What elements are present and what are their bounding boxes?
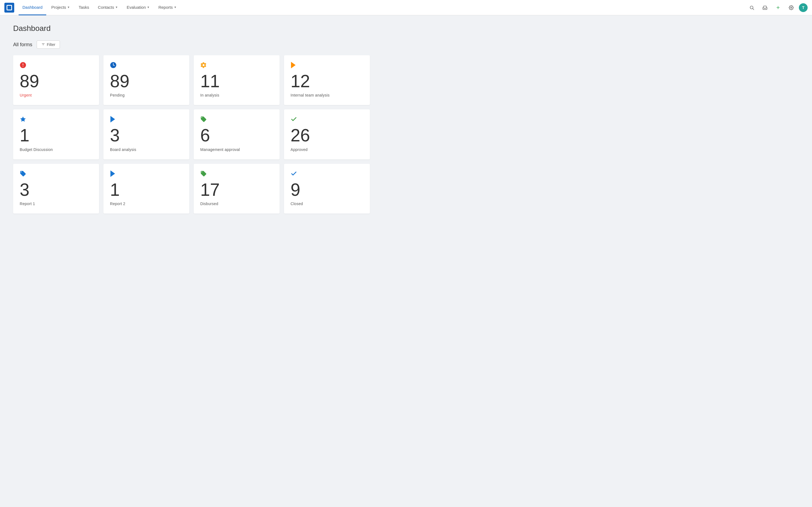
urgent-icon [20,62,93,69]
card-label-6: Management approval [200,148,273,152]
card-label-3: Internal team analysis [290,93,363,97]
card-number-1: 89 [110,72,183,91]
card-label-1: Pending [110,93,183,97]
card-label-7: Approved [290,148,363,152]
card-number-5: 3 [110,126,183,145]
section-label: All forms [13,42,32,48]
filter-button[interactable]: Filter [37,41,60,49]
svg-line-1 [753,8,754,10]
card-label-2: In analysis [200,93,273,97]
nav-item-tasks[interactable]: Tasks [75,0,93,15]
tag2-icon [20,170,93,178]
card-label-10: Disbursed [200,202,273,206]
card-label-9: Report 2 [110,202,183,206]
filter-icon [41,43,45,47]
projects-chevron: ▼ [67,6,70,9]
settings-button[interactable] [786,2,797,13]
cards-grid: 89Urgent89Pending11In analysis12Internal… [13,55,370,214]
nav-item-evaluation[interactable]: Evaluation ▼ [123,0,154,15]
stat-card-5[interactable]: 3Board analysis [103,109,189,159]
svg-marker-10 [291,62,296,68]
svg-marker-13 [111,170,115,177]
check-icon [290,116,363,124]
card-number-9: 1 [110,180,183,200]
card-label-5: Board analysis [110,148,183,152]
stat-card-7[interactable]: 26Approved [284,109,370,159]
card-number-3: 12 [290,72,363,91]
clock-icon [110,62,183,69]
star-icon [20,116,93,124]
settings-icon [789,5,794,10]
search-icon [749,5,754,10]
search-button[interactable] [746,2,757,13]
gear-icon [200,62,273,69]
nav-item-projects[interactable]: Projects ▼ [47,0,73,15]
stat-card-6[interactable]: 6Management approval [194,109,280,159]
navbar: Dashboard Projects ▼ Tasks Contacts ▼ Ev… [0,0,812,15]
stat-card-11[interactable]: 9Closed [284,164,370,214]
inbox-icon [762,5,767,10]
nav-item-dashboard[interactable]: Dashboard [18,0,46,15]
card-number-7: 26 [290,126,363,145]
main-content: Dashboard All forms Filter 89Urgent89Pen… [0,15,383,222]
svg-point-8 [23,66,23,66]
stat-card-0[interactable]: 89Urgent [13,55,99,105]
nav-actions: + T [746,2,808,13]
app-logo[interactable] [4,3,14,13]
stat-card-10[interactable]: 17Disbursed [194,164,280,214]
stat-card-2[interactable]: 11In analysis [194,55,280,105]
evaluation-chevron: ▼ [147,6,150,9]
play2-icon [110,116,183,124]
svg-rect-7 [23,63,23,65]
card-number-0: 89 [20,72,93,91]
nav-item-reports[interactable]: Reports ▼ [155,0,180,15]
user-avatar[interactable]: T [799,3,808,12]
card-label-11: Closed [290,202,363,206]
svg-point-2 [791,7,792,8]
contacts-chevron: ▼ [115,6,118,9]
svg-marker-11 [20,116,26,122]
tag-icon [200,116,273,124]
play3-icon [110,170,183,178]
page-title: Dashboard [13,24,370,33]
nav-items: Dashboard Projects ▼ Tasks Contacts ▼ Ev… [18,0,382,15]
add-button[interactable]: + [773,2,783,13]
card-number-4: 1 [20,126,93,145]
card-label-0: Urgent [20,93,93,97]
card-label-8: Report 1 [20,202,93,206]
card-number-10: 17 [200,180,273,200]
inbox-button[interactable] [759,2,770,13]
logo-inner [7,5,12,10]
card-label-4: Budget Discussion [20,148,93,152]
tag3-icon [200,170,273,178]
section-header: All forms Filter [13,41,370,49]
stat-card-1[interactable]: 89Pending [103,55,189,105]
stat-card-8[interactable]: 3Report 1 [13,164,99,214]
nav-item-contacts[interactable]: Contacts ▼ [94,0,122,15]
check2-icon [290,170,363,178]
card-number-2: 11 [200,72,273,91]
card-number-6: 6 [200,126,273,145]
stat-card-3[interactable]: 12Internal team analysis [284,55,370,105]
card-number-11: 9 [290,180,363,200]
svg-marker-12 [111,116,115,122]
play-icon [290,62,363,69]
card-number-8: 3 [20,180,93,200]
stat-card-9[interactable]: 1Report 2 [103,164,189,214]
stat-card-4[interactable]: 1Budget Discussion [13,109,99,159]
reports-chevron: ▼ [174,6,176,9]
